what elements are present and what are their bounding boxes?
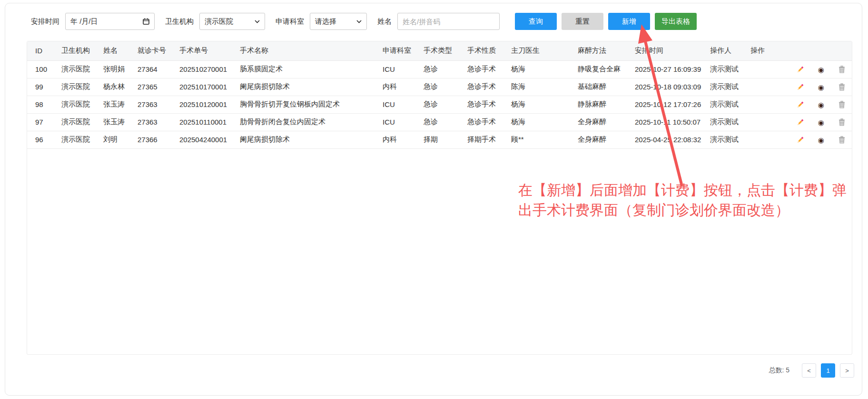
search-button[interactable]: 查询 <box>515 13 557 30</box>
cell-card-no: 27365 <box>129 78 171 96</box>
next-page-button[interactable]: > <box>840 363 854 378</box>
cell-name: 张玉涛 <box>95 113 129 131</box>
eye-icon[interactable]: ◉ <box>816 100 826 109</box>
name-filter-label: 姓名 <box>377 17 392 26</box>
cell-time: 2025-10-27 16:09:39 <box>627 60 702 78</box>
trash-icon[interactable] <box>837 118 847 127</box>
cell-org: 演示医院 <box>53 60 95 78</box>
column-header-1: 卫生机构 <box>53 41 95 60</box>
org-select-value: 演示医院 <box>205 17 233 26</box>
dept-filter-label: 申请科室 <box>276 17 304 26</box>
cell-org: 演示医院 <box>53 113 95 131</box>
cell-order-no: 202510270001 <box>171 60 232 78</box>
cell-order-no: 202510120001 <box>171 96 232 113</box>
cell-org: 演示医院 <box>53 131 95 148</box>
cell-nature: 急诊手术 <box>459 78 503 96</box>
cell-anesthesia: 静吸复合全麻 <box>570 60 627 78</box>
cell-dept: 内科 <box>375 131 415 148</box>
pagination: 总数: 5 < 1 > <box>769 363 854 378</box>
total-count: 总数: 5 <box>769 366 789 375</box>
cell-type: 择期 <box>415 131 459 148</box>
date-input[interactable]: 年 /月/日 <box>65 13 155 30</box>
name-input[interactable] <box>397 13 500 30</box>
cell-time: 2025-10-12 17:07:26 <box>627 96 702 113</box>
cell-surgery-name: 胸骨骨折切开复位钢板内固定术 <box>232 96 375 113</box>
cell-surgery-name: 阑尾病损切除术 <box>232 131 375 148</box>
cell-name: 杨永林 <box>95 78 129 96</box>
cell-nature: 急诊手术 <box>459 96 503 113</box>
column-header-10: 麻醉方法 <box>570 41 627 60</box>
column-header-6: 申请科室 <box>375 41 415 60</box>
eye-icon[interactable]: ◉ <box>816 118 826 127</box>
trash-icon[interactable] <box>837 65 847 74</box>
date-input-value: 年 /月/日 <box>70 17 98 26</box>
eye-icon[interactable]: ◉ <box>816 65 826 74</box>
cell-surgeon: 杨海 <box>503 113 570 131</box>
cell-type: 急诊 <box>415 60 459 78</box>
cell-id: 99 <box>27 78 53 96</box>
cell-actions: ◉ <box>742 113 852 131</box>
annotation-note: 在【新增】后面增加【计费】按钮，点击【计费】弹 出手术计费界面（复制门诊划价界面… <box>518 180 862 220</box>
column-header-12: 操作人 <box>702 41 742 60</box>
cell-surgery-name: 阑尾病损切除术 <box>232 78 375 96</box>
cell-id: 98 <box>27 96 53 113</box>
cell-anesthesia: 基础麻醉 <box>570 78 627 96</box>
page-container: 安排时间 年 /月/日 卫生机构 演示医院 申请科室 请选择 姓名 查询 重置 … <box>5 3 862 396</box>
chevron-down-icon <box>356 20 362 23</box>
cell-nature: 急诊手术 <box>459 113 503 131</box>
dept-select-value: 请选择 <box>315 17 336 26</box>
trash-icon[interactable] <box>837 100 847 109</box>
cell-nature: 择期手术 <box>459 131 503 148</box>
prev-page-button[interactable]: < <box>802 363 816 378</box>
pencil-icon[interactable] <box>795 136 805 144</box>
eye-icon[interactable]: ◉ <box>816 136 826 144</box>
column-header-3: 就诊卡号 <box>129 41 171 60</box>
cell-order-no: 202510170001 <box>171 78 232 96</box>
cell-name: 张玉涛 <box>95 96 129 113</box>
cell-id: 100 <box>27 60 53 78</box>
export-button[interactable]: 导出表格 <box>655 13 697 30</box>
cell-time: 2025-10-11 10:50:07 <box>627 113 702 131</box>
add-button[interactable]: 新增 <box>608 13 650 30</box>
trash-icon[interactable] <box>837 136 847 144</box>
cell-card-no: 27363 <box>129 96 171 113</box>
cell-name: 刘明 <box>95 131 129 148</box>
column-header-0: ID <box>27 41 53 60</box>
table-row: 100 演示医院 张明娟 27364 202510270001 肠系膜固定术 I… <box>27 60 852 78</box>
cell-surgery-name: 肋骨骨折闭合复位内固定术 <box>232 113 375 131</box>
table-row: 98 演示医院 张玉涛 27363 202510120001 胸骨骨折切开复位钢… <box>27 96 852 113</box>
dept-select[interactable]: 请选择 <box>310 13 367 30</box>
cell-card-no: 27366 <box>129 131 171 148</box>
cell-anesthesia: 全身麻醉 <box>570 131 627 148</box>
pencil-icon[interactable] <box>795 100 805 109</box>
reset-button[interactable]: 重置 <box>562 13 603 30</box>
cell-surgeon: 杨海 <box>503 60 570 78</box>
column-header-13: 操作 <box>742 41 852 60</box>
cell-dept: ICU <box>375 113 415 131</box>
cell-surgeon: 陈海 <box>503 78 570 96</box>
filter-bar: 安排时间 年 /月/日 卫生机构 演示医院 申请科室 请选择 姓名 查询 重置 … <box>31 13 697 30</box>
table-row: 96 演示医院 刘明 27366 202504240001 阑尾病损切除术 内科… <box>27 131 852 148</box>
column-header-4: 手术单号 <box>171 41 232 60</box>
cell-operator: 演示测试 <box>702 60 742 78</box>
trash-icon[interactable] <box>837 83 847 91</box>
calendar-icon[interactable] <box>143 18 149 25</box>
cell-surgery-name: 肠系膜固定术 <box>232 60 375 78</box>
eye-icon[interactable]: ◉ <box>816 83 826 91</box>
date-filter-label: 安排时间 <box>31 17 59 26</box>
pencil-icon[interactable] <box>795 118 805 127</box>
cell-org: 演示医院 <box>53 96 95 113</box>
chevron-down-icon <box>255 20 260 23</box>
cell-dept: ICU <box>375 60 415 78</box>
cell-actions: ◉ <box>742 96 852 113</box>
cell-dept: 内科 <box>375 78 415 96</box>
org-select[interactable]: 演示医院 <box>199 13 265 30</box>
cell-time: 2025-10-18 09:03:09 <box>627 78 702 96</box>
cell-operator: 演示测试 <box>702 113 742 131</box>
pencil-icon[interactable] <box>795 65 805 74</box>
cell-actions: ◉ <box>742 131 852 148</box>
pencil-icon[interactable] <box>795 83 805 91</box>
annotation-line-2: 出手术计费界面（复制门诊划价界面改造） <box>518 200 862 220</box>
cell-order-no: 202510110001 <box>171 113 232 131</box>
page-1-button[interactable]: 1 <box>821 363 835 378</box>
